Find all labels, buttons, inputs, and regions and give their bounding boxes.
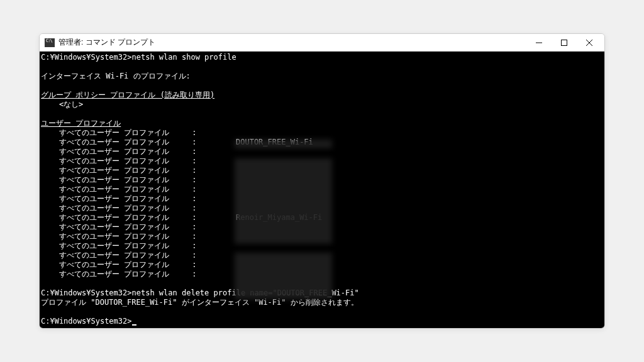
profile-label: すべてのユーザー プロファイル :	[41, 260, 236, 270]
profile-row: すべてのユーザー プロファイル :	[40, 260, 604, 270]
profile-label: すべてのユーザー プロファイル :	[41, 128, 236, 138]
group-policy-header: グループ ポリシー プロファイル (読み取り専用)	[40, 90, 604, 100]
profile-row: すべてのユーザー プロファイル : Renoir_Miyama_Wi-Fi	[40, 213, 604, 222]
svg-rect-1	[562, 40, 567, 45]
blank-line	[40, 81, 604, 90]
none-text: <なし>	[40, 100, 604, 109]
prompt-line: C:¥Windows¥System32>netsh wlan delete pr…	[40, 288, 604, 298]
profile-label: すべてのユーザー プロファイル :	[41, 147, 236, 156]
profile-label: すべてのユーザー プロファイル :	[41, 156, 236, 166]
maximize-icon	[561, 40, 567, 46]
close-icon	[586, 40, 592, 46]
profiles-list: すべてのユーザー プロファイル : すべてのユーザー プロファイル : DOUT…	[40, 128, 604, 279]
prompt-path: C:¥Windows¥System32>	[41, 288, 132, 297]
prompt-line: C:¥Windows¥System32>netsh wlan show prof…	[40, 53, 604, 62]
profile-label: すべてのユーザー プロファイル :	[41, 213, 236, 222]
command-text: netsh wlan delete profile name="DOUTOR_F…	[132, 288, 359, 297]
window-controls	[526, 34, 602, 52]
close-button[interactable]	[577, 34, 602, 52]
command-prompt-window: 管理者: コマンド プロンプト C:¥Windows¥System32>nets…	[39, 33, 605, 329]
profile-label: すべてのユーザー プロファイル :	[41, 185, 236, 194]
profile-row: すべてのユーザー プロファイル :	[40, 185, 604, 194]
profile-label: すべてのユーザー プロファイル :	[41, 138, 236, 147]
profile-row: すべてのユーザー プロファイル :	[40, 270, 604, 279]
profile-name: Renoir_Miyama_Wi-Fi	[236, 213, 322, 222]
profile-row: すべてのユーザー プロファイル :	[40, 175, 604, 185]
profile-row: すべてのユーザー プロファイル :	[40, 251, 604, 260]
blank-line	[40, 279, 604, 288]
profile-name: DOUTOR_FREE_Wi-Fi	[236, 138, 313, 147]
profile-row: すべてのユーザー プロファイル :	[40, 194, 604, 204]
profile-label: すべてのユーザー プロファイル :	[41, 222, 236, 232]
profile-label: すべてのユーザー プロファイル :	[41, 251, 236, 260]
titlebar[interactable]: 管理者: コマンド プロンプト	[40, 34, 604, 52]
prompt-path: C:¥Windows¥System32>	[41, 53, 132, 62]
command-text: netsh wlan show profile	[132, 53, 236, 62]
profile-row: すべてのユーザー プロファイル :	[40, 232, 604, 241]
profile-label: すべてのユーザー プロファイル :	[41, 166, 236, 175]
profile-label: すべてのユーザー プロファイル :	[41, 270, 236, 279]
window-title: 管理者: コマンド プロンプト	[58, 37, 155, 48]
profile-row: すべてのユーザー プロファイル :	[40, 166, 604, 175]
profile-label: すべてのユーザー プロファイル :	[41, 241, 236, 251]
profile-label: すべてのユーザー プロファイル :	[41, 232, 236, 241]
minimize-icon	[536, 40, 542, 46]
blank-line	[40, 307, 604, 317]
profile-row: すべてのユーザー プロファイル :	[40, 147, 604, 156]
maximize-button[interactable]	[552, 34, 577, 52]
profile-row: すべてのユーザー プロファイル :	[40, 222, 604, 232]
user-profiles-header: ユーザー プロファイル	[40, 119, 604, 128]
profile-row: すべてのユーザー プロファイル : DOUTOR_FREE_Wi-Fi	[40, 138, 604, 147]
cursor	[132, 324, 136, 326]
blank-line	[40, 109, 604, 119]
profile-row: すべてのユーザー プロファイル :	[40, 128, 604, 138]
profile-row: すべてのユーザー プロファイル :	[40, 204, 604, 213]
profile-row: すべてのユーザー プロファイル :	[40, 156, 604, 166]
profile-label: すべてのユーザー プロファイル :	[41, 194, 236, 204]
cmd-icon	[45, 38, 55, 47]
profile-label: すべてのユーザー プロファイル :	[41, 204, 236, 213]
interface-header: インターフェイス Wi-Fi のプロファイル:	[40, 72, 604, 81]
delete-result: プロファイル "DOUTOR_FREE_Wi-Fi" がインターフェイス "Wi…	[40, 298, 604, 307]
minimize-button[interactable]	[526, 34, 552, 52]
prompt-path: C:¥Windows¥System32>	[41, 317, 132, 326]
blank-line	[40, 62, 604, 72]
profile-row: すべてのユーザー プロファイル :	[40, 241, 604, 251]
prompt-line: C:¥Windows¥System32>	[40, 317, 604, 326]
profile-label: すべてのユーザー プロファイル :	[41, 175, 236, 185]
terminal-output[interactable]: C:¥Windows¥System32>netsh wlan show prof…	[40, 52, 604, 328]
